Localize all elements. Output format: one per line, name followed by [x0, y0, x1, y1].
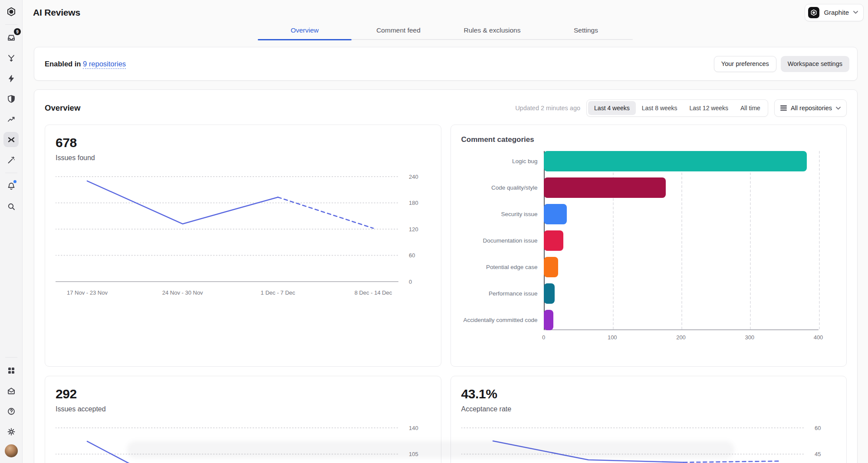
- category-label: Potential edge case: [461, 264, 544, 271]
- bar-x-axis: 0100200300400: [461, 334, 836, 343]
- acceptance-rate-label: Acceptance rate: [461, 405, 836, 413]
- tab-settings[interactable]: Settings: [539, 21, 633, 40]
- sidebar-item-notifications[interactable]: [3, 178, 19, 194]
- svg-text:1 Dec - 7 Dec: 1 Dec - 7 Dec: [261, 289, 296, 296]
- graphite-hexagon-icon: [7, 7, 16, 16]
- workspace-switcher[interactable]: Graphite: [805, 4, 864, 21]
- settings-gear-icon: [7, 427, 16, 436]
- tab-label: Rules & exclusions: [464, 26, 521, 34]
- sidebar-item-search[interactable]: [3, 199, 19, 214]
- sidebar-item-help[interactable]: [3, 404, 19, 419]
- sidebar-item-apps[interactable]: [3, 363, 19, 378]
- chart-trend-icon: [7, 115, 16, 124]
- category-bar: [544, 151, 807, 171]
- panel-controls: Updated 2 minutes ago Last 4 weeks Last …: [515, 99, 847, 117]
- time-range-segmented-control: Last 4 weeks Last 8 weeks Last 12 weeks …: [586, 99, 768, 117]
- range-last-12-weeks[interactable]: Last 12 weeks: [684, 101, 735, 115]
- stack-icon: [780, 105, 787, 111]
- sidebar-item-inbox[interactable]: 9: [3, 30, 19, 45]
- banner-actions: Your preferences Workspace settings: [714, 56, 849, 72]
- ai-reviews-icon: [7, 135, 16, 144]
- svg-text:45: 45: [815, 451, 821, 457]
- banner-text: Enabled in 9 repositories: [45, 60, 126, 68]
- range-last-8-weeks[interactable]: Last 8 weeks: [636, 101, 684, 115]
- mail-icon: [7, 387, 16, 395]
- tab-comment-feed[interactable]: Comment feed: [352, 21, 445, 40]
- sidebar-divider: [5, 357, 17, 358]
- comment-categories-card: Comment categories Logic bugCode quality…: [450, 125, 847, 367]
- range-last-4-weeks[interactable]: Last 4 weeks: [588, 101, 636, 115]
- svg-text:0: 0: [409, 279, 412, 285]
- sidebar-item-protections[interactable]: [3, 91, 19, 106]
- ai-reviews-page: 9: [0, 0, 868, 463]
- issues-accepted-chart: 0357010514017 Nov - 23 Nov24 Nov - 30 No…: [56, 422, 427, 463]
- acceptance-rate-chart: 01530456017 Nov - 23 Nov24 Nov - 30 Nov1…: [461, 422, 833, 463]
- svg-text:105: 105: [409, 451, 418, 457]
- comment-categories-chart: Logic bugCode quality/styleSecurity issu…: [461, 151, 836, 343]
- bar-row: Logic bug: [461, 151, 836, 171]
- category-label: Accidentally committed code: [461, 317, 544, 324]
- sidebar-item-insights[interactable]: [3, 112, 19, 127]
- sidebar-item-mail[interactable]: [3, 383, 19, 398]
- updated-timestamp: Updated 2 minutes ago: [515, 105, 580, 112]
- bar-row: Performance issue: [461, 283, 836, 304]
- bar-row: Documentation issue: [461, 230, 836, 251]
- range-all-time[interactable]: All time: [734, 101, 766, 115]
- category-label: Logic bug: [461, 158, 544, 165]
- tab-label: Comment feed: [376, 26, 421, 34]
- sidebar-item-automations-flash[interactable]: [3, 71, 19, 86]
- bar-row: Code quality/style: [461, 177, 836, 198]
- top-bar: AI Reviews Graphite: [23, 0, 868, 21]
- category-label: Code quality/style: [461, 184, 544, 191]
- issues-accepted-label: Issues accepted: [56, 405, 431, 413]
- sidebar: 9: [0, 0, 23, 463]
- metrics-grid: 678 Issues found 06012018024017 Nov - 23…: [45, 125, 847, 463]
- your-preferences-button[interactable]: Your preferences: [714, 56, 776, 72]
- enabled-repos-banner: Enabled in 9 repositories Your preferenc…: [34, 47, 858, 81]
- repositories-link[interactable]: 9 repositories: [83, 60, 126, 69]
- user-avatar[interactable]: [5, 444, 18, 457]
- sidebar-item-merge[interactable]: [3, 50, 19, 66]
- issues-found-chart: 06012018024017 Nov - 23 Nov24 Nov - 30 N…: [56, 171, 427, 301]
- zap-icon: [7, 74, 16, 83]
- issues-found-value: 678: [56, 135, 431, 150]
- category-label: Documentation issue: [461, 237, 544, 244]
- inbox-icon: [7, 33, 16, 42]
- chevron-down-icon: [853, 11, 858, 14]
- overview-panel: Overview Updated 2 minutes ago Last 4 we…: [34, 89, 858, 463]
- svg-text:8 Dec - 14 Dec: 8 Dec - 14 Dec: [355, 289, 392, 296]
- svg-text:180: 180: [409, 200, 418, 206]
- sidebar-item-ai-reviews[interactable]: [3, 132, 19, 147]
- tab-rules-exclusions[interactable]: Rules & exclusions: [445, 21, 539, 40]
- search-icon: [7, 202, 16, 211]
- workspace-settings-button[interactable]: Workspace settings: [781, 56, 849, 72]
- repository-filter-dropdown[interactable]: All repositories: [774, 99, 847, 117]
- merge-icon: [7, 54, 16, 62]
- acceptance-rate-value: 43.1%: [461, 387, 836, 401]
- svg-text:24 Nov - 30 Nov: 24 Nov - 30 Nov: [162, 289, 203, 296]
- sidebar-item-magic-wand[interactable]: [3, 152, 19, 167]
- workspace-name: Graphite: [824, 9, 849, 16]
- main-content: AI Reviews Graphite Overview Comment fee…: [23, 0, 868, 463]
- category-bar: [544, 283, 555, 304]
- panel-header: Overview Updated 2 minutes ago Last 4 we…: [45, 99, 847, 117]
- repository-filter-label: All repositories: [791, 105, 832, 112]
- tab-overview[interactable]: Overview: [258, 21, 352, 40]
- tab-bar: Overview Comment feed Rules & exclusions…: [23, 21, 868, 40]
- issues-found-card: 678 Issues found 06012018024017 Nov - 23…: [45, 125, 441, 367]
- tab-label: Overview: [291, 26, 319, 34]
- graphite-logo-icon[interactable]: [3, 4, 19, 19]
- category-bar: [544, 177, 666, 198]
- svg-text:17 Nov - 23 Nov: 17 Nov - 23 Nov: [67, 289, 108, 296]
- sidebar-divider: [5, 24, 17, 25]
- panel-title: Overview: [45, 103, 80, 113]
- sidebar-item-settings[interactable]: [3, 424, 19, 439]
- category-bar: [544, 204, 567, 224]
- bar-row: Potential edge case: [461, 257, 836, 277]
- comment-categories-title: Comment categories: [461, 135, 836, 144]
- notification-dot: [13, 180, 16, 183]
- issues-accepted-card: 292 Issues accepted 0357010514017 Nov - …: [45, 376, 441, 463]
- wand-icon: [7, 156, 16, 164]
- page-title: AI Reviews: [33, 7, 80, 18]
- acceptance-rate-card: 43.1% Acceptance rate 01530456017 Nov - …: [450, 376, 847, 463]
